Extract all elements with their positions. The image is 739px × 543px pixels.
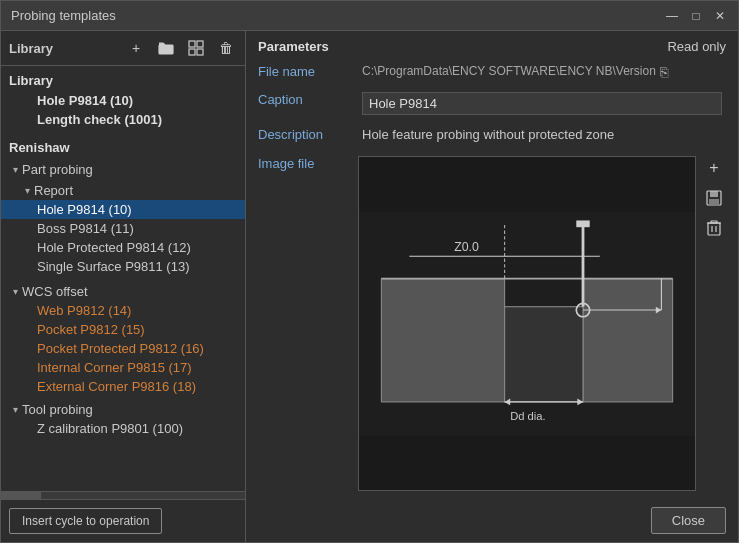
- tree-item-single-surface-p9811-13[interactable]: Single Surface P9811 (13): [1, 257, 245, 276]
- renishaw-section-header[interactable]: Renishaw: [1, 137, 245, 158]
- left-footer: Insert cycle to operation: [1, 499, 245, 542]
- open-folder-button[interactable]: [155, 37, 177, 59]
- report-label: Report: [34, 183, 73, 198]
- params-title: Parameters: [258, 39, 329, 54]
- library-label: Library: [9, 41, 117, 56]
- svg-rect-26: [708, 223, 720, 235]
- title-bar: Probing templates — □ ✕: [1, 1, 738, 31]
- wcs-offset-group: ▾ WCS offset Web P9812 (14) Pocket P9812…: [1, 280, 245, 398]
- description-label: Description: [258, 121, 358, 148]
- maximize-button[interactable]: □: [688, 8, 704, 24]
- file-name-value: C:\ProgramData\ENCY SOFTWARE\ENCY NB\Ver…: [358, 58, 726, 86]
- tree-container[interactable]: Library Hole P9814 (10) Length check (10…: [1, 66, 245, 491]
- tree-item-boss-p9814-11[interactable]: Boss P9814 (11): [1, 219, 245, 238]
- renishaw-section: Renishaw ▾ Part probing ▾ Report: [1, 133, 245, 444]
- report-chevron: ▾: [25, 185, 30, 196]
- close-window-button[interactable]: ✕: [712, 8, 728, 24]
- description-value: Hole feature probing without protected z…: [358, 121, 726, 148]
- grid-view-button[interactable]: [185, 37, 207, 59]
- tree-item-pocket-p9812-15[interactable]: Pocket P9812 (15): [1, 320, 245, 339]
- caption-value-wrapper: Hole P9814: [358, 86, 726, 121]
- params-grid: File name C:\ProgramData\ENCY SOFTWARE\E…: [246, 58, 738, 148]
- tree-item-hole-p9814-library[interactable]: Hole P9814 (10): [1, 91, 245, 110]
- tree-item-hole-protected-p9814-12[interactable]: Hole Protected P9814 (12): [1, 238, 245, 257]
- svg-rect-2: [197, 41, 203, 47]
- svg-rect-11: [576, 220, 589, 227]
- caption-label: Caption: [258, 86, 358, 113]
- main-content: Library + 🗑: [1, 31, 738, 542]
- tree-item-z-calibration-p9801-100[interactable]: Z calibration P9801 (100): [1, 419, 245, 438]
- caption-input[interactable]: Hole P9814: [362, 92, 722, 115]
- left-toolbar: Library + 🗑: [1, 31, 245, 66]
- delete-library-button[interactable]: 🗑: [215, 37, 237, 59]
- part-probing-header[interactable]: ▾ Part probing: [1, 160, 245, 179]
- svg-text:Dd dia.: Dd dia.: [510, 410, 545, 422]
- wcs-offset-label: WCS offset: [22, 284, 88, 299]
- right-footer: Close: [246, 499, 738, 542]
- report-group: ▾ Report Hole P9814 (10) Boss P9814 (11)…: [1, 179, 245, 278]
- tool-probing-header[interactable]: ▾ Tool probing: [1, 400, 245, 419]
- diagram-svg: Z0.0 Dd dia.: [359, 157, 695, 490]
- svg-text:Z0.0: Z0.0: [454, 240, 479, 254]
- tree-item-length-check[interactable]: Length check (1001): [1, 110, 245, 129]
- svg-rect-3: [189, 49, 195, 55]
- left-panel: Library + 🗑: [1, 31, 246, 542]
- part-probing-label: Part probing: [22, 162, 93, 177]
- tool-probing-chevron: ▾: [13, 404, 18, 415]
- svg-rect-1: [189, 41, 195, 47]
- add-library-button[interactable]: +: [125, 37, 147, 59]
- library-section-header[interactable]: Library: [1, 70, 245, 91]
- image-area: Z0.0 Dd dia.: [358, 156, 696, 491]
- svg-rect-4: [197, 49, 203, 55]
- svg-rect-24: [710, 191, 718, 197]
- close-button[interactable]: Close: [651, 507, 726, 534]
- title-bar-controls: — □ ✕: [664, 8, 728, 24]
- tree-item-internal-corner-p9815-17[interactable]: Internal Corner P9815 (17): [1, 358, 245, 377]
- tree-item-pocket-protected-p9812-16[interactable]: Pocket Protected P9812 (16): [1, 339, 245, 358]
- save-image-button[interactable]: [702, 186, 726, 210]
- report-header[interactable]: ▾ Report: [1, 181, 245, 200]
- insert-cycle-button[interactable]: Insert cycle to operation: [9, 508, 162, 534]
- delete-image-button[interactable]: [702, 216, 726, 240]
- tree-item-web-p9812-14[interactable]: Web P9812 (14): [1, 301, 245, 320]
- tool-probing-label: Tool probing: [22, 402, 93, 417]
- svg-rect-25: [709, 199, 719, 204]
- svg-rect-8: [505, 307, 583, 402]
- file-name-label: File name: [258, 58, 358, 85]
- svg-rect-6: [381, 279, 504, 402]
- part-probing-group: ▾ Part probing ▾ Report Hole P9814 (10) …: [1, 158, 245, 280]
- image-section: Image file: [246, 148, 738, 499]
- tool-probing-group: ▾ Tool probing Z calibration P9801 (100): [1, 398, 245, 440]
- wcs-offset-header[interactable]: ▾ WCS offset: [1, 282, 245, 301]
- wcs-offset-chevron: ▾: [13, 286, 18, 297]
- main-window: Probing templates — □ ✕ Library +: [0, 0, 739, 543]
- right-header: Parameters Read only: [246, 31, 738, 58]
- library-section: Library Hole P9814 (10) Length check (10…: [1, 66, 245, 133]
- svg-rect-7: [583, 279, 673, 402]
- tree-item-hole-p9814-10[interactable]: Hole P9814 (10): [1, 200, 245, 219]
- image-label: Image file: [258, 156, 358, 491]
- part-probing-chevron: ▾: [13, 164, 18, 175]
- minimize-button[interactable]: —: [664, 8, 680, 24]
- window-title: Probing templates: [11, 8, 664, 23]
- read-only-label: Read only: [667, 39, 726, 54]
- right-panel: Parameters Read only File name C:\Progra…: [246, 31, 738, 542]
- copy-icon[interactable]: ⎘: [660, 64, 668, 80]
- svg-rect-30: [711, 221, 717, 223]
- horizontal-scrollbar[interactable]: [1, 491, 245, 499]
- image-actions: +: [702, 156, 726, 491]
- add-image-button[interactable]: +: [702, 156, 726, 180]
- tree-item-external-corner-p9816-18[interactable]: External Corner P9816 (18): [1, 377, 245, 396]
